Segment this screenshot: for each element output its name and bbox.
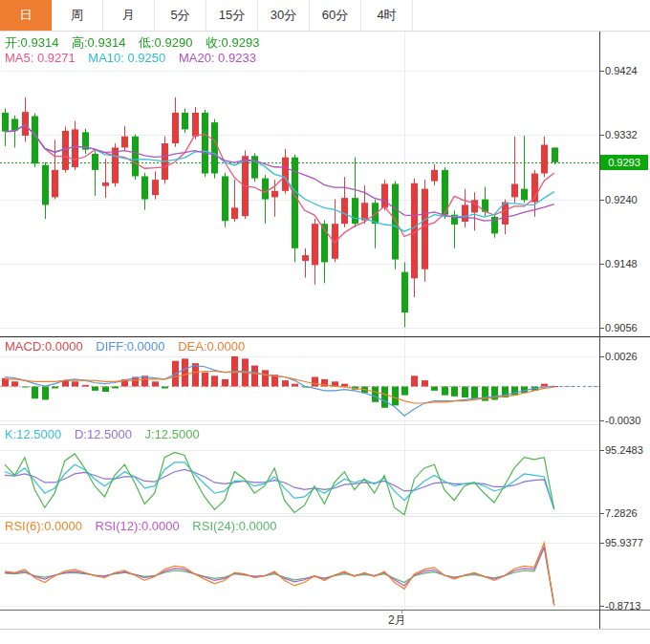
axis-tick-mark — [599, 71, 604, 72]
axis-tick-mark — [599, 264, 604, 265]
axis-tick-label: 0.9424 — [605, 65, 638, 77]
rsi24-value: RSI(24):0.0000 — [192, 519, 276, 533]
tab-5min[interactable]: 5分 — [155, 0, 206, 31]
axis-tick-mark — [599, 328, 604, 329]
axis-tick-label: -0.8713 — [605, 600, 640, 612]
xaxis-month-label: 2月 — [388, 612, 406, 629]
low-value: 低:0.9290 — [139, 35, 192, 50]
axis-tick-label: 95.2483 — [605, 444, 643, 457]
axis-tick-mark — [599, 606, 604, 607]
axis-tick-label: 95.9377 — [605, 537, 643, 549]
axis-tick-label: 0.9240 — [605, 194, 638, 206]
rsi6-value: RSI(6):0.0000 — [5, 519, 82, 533]
j-value: J:12.5000 — [145, 427, 200, 441]
tab-week[interactable]: 周 — [52, 0, 103, 31]
macd-value: MACD:0.0000 — [5, 339, 83, 354]
k-value: K:12.5000 — [5, 427, 61, 441]
ma-readout: MA5: 0.9271 MA10: 0.9250 MA20: 0.9233 — [5, 51, 266, 65]
ohlc-readout: 开:0.9314 高:0.9314 低:0.9290 收:0.9293 — [5, 34, 269, 52]
tab-15min[interactable]: 15分 — [206, 0, 258, 31]
d-value: D:12.5000 — [75, 427, 132, 441]
axis-tick-mark — [599, 420, 604, 421]
last-price-tag: 0.9293 — [600, 155, 648, 170]
tab-30min[interactable]: 30分 — [258, 0, 310, 31]
axis-tick-mark — [599, 543, 604, 544]
high-value: 高:0.9314 — [72, 35, 125, 50]
rsi-readout: RSI(6):0.0000 RSI(12):0.0000 RSI(24):0.0… — [5, 519, 287, 533]
axis-tick-label: 0.9056 — [605, 322, 638, 334]
axis-tick-label: -0.0030 — [605, 415, 640, 427]
axis-tick-label: 7.2826 — [605, 507, 638, 520]
kdj-panel-divider — [0, 516, 599, 517]
axis-tick-label: 0.9148 — [605, 258, 638, 270]
tab-4hour[interactable]: 4时 — [361, 0, 413, 31]
tab-day[interactable]: 日 — [0, 0, 52, 31]
rsi12-value: RSI(12):0.0000 — [96, 519, 180, 533]
ma10-value: MA10: 0.9250 — [88, 51, 165, 65]
ma20-value: MA20: 0.9233 — [179, 51, 256, 65]
axis-tick-label: 0.0026 — [605, 351, 638, 363]
diff-value: DIFF:0.0000 — [96, 339, 164, 354]
candlestick-chart-canvas[interactable] — [0, 32, 599, 336]
main-panel-divider — [0, 336, 650, 337]
macd-panel-divider — [0, 424, 599, 425]
chart-app: 日 周 月 5分 15分 30分 60分 4时 开:0.9314 高:0.931… — [0, 0, 650, 644]
axis-tick-mark — [599, 450, 604, 451]
ma5-value: MA5: 0.9271 — [5, 51, 76, 65]
xaxis-bottom-line — [0, 629, 650, 630]
xaxis-top-line — [0, 610, 650, 611]
close-value: 收:0.9293 — [206, 35, 259, 50]
price-axis-line — [599, 32, 600, 629]
timeframe-tabbar: 日 周 月 5分 15分 30分 60分 4时 — [0, 0, 650, 32]
axis-tick-mark — [599, 135, 604, 136]
axis-tick-mark — [599, 513, 604, 514]
tab-month[interactable]: 月 — [103, 0, 155, 31]
kdj-readout: K:12.5000 D:12.5000 J:12.5000 — [5, 427, 209, 441]
axis-tick-label: 0.9332 — [605, 129, 638, 141]
axis-tick-mark — [599, 356, 604, 357]
dea-value: DEA:0.0000 — [178, 339, 245, 354]
open-value: 开:0.9314 — [5, 35, 58, 50]
macd-readout: MACD:0.0000 DIFF:0.0000 DEA:0.0000 — [5, 339, 254, 354]
tab-60min[interactable]: 60分 — [310, 0, 361, 31]
axis-tick-mark — [599, 200, 604, 201]
